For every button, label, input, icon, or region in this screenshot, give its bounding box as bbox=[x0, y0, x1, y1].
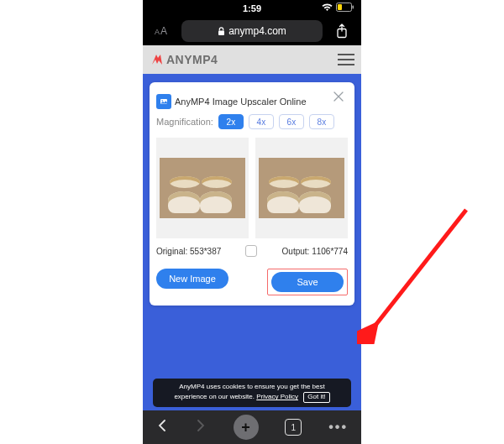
original-size-label: Original: 553*387 bbox=[156, 247, 221, 256]
magnification-6x[interactable]: 6x bbox=[279, 114, 304, 129]
brand-text: ANYMP4 bbox=[166, 53, 218, 66]
magnification-row: Magnification: 2x 4x 6x 8x bbox=[156, 114, 348, 129]
output-size-label: Output: 1106*774 bbox=[282, 247, 348, 256]
save-button[interactable]: Save bbox=[271, 272, 344, 292]
cookie-accept-button[interactable]: Got it! bbox=[303, 392, 329, 403]
image-meta-row: Original: 553*387 Output: 1106*774 bbox=[156, 245, 348, 257]
annotation-arrow-icon bbox=[357, 201, 475, 344]
safari-url-bar: AA anymp4.com bbox=[143, 17, 361, 45]
site-header: ANYMP4 bbox=[143, 45, 361, 74]
brand[interactable]: ANYMP4 bbox=[150, 52, 218, 67]
status-time: 1:59 bbox=[243, 3, 261, 13]
phone-frame: 1:59 AA anymp4.com ANYMP4 bbox=[143, 0, 361, 444]
svg-point-8 bbox=[161, 100, 163, 102]
more-button[interactable]: ••• bbox=[328, 420, 348, 435]
svg-rect-2 bbox=[338, 4, 342, 10]
address-field[interactable]: anymp4.com bbox=[181, 20, 323, 42]
output-image-pane bbox=[255, 138, 348, 238]
back-button[interactable] bbox=[156, 419, 168, 436]
svg-text:A: A bbox=[160, 25, 167, 37]
brand-logo-icon bbox=[150, 52, 165, 67]
compare-toggle[interactable] bbox=[245, 245, 257, 257]
privacy-policy-link[interactable]: Privacy Policy bbox=[256, 393, 298, 400]
forward-button bbox=[195, 419, 207, 436]
modal-actions: New Image Save bbox=[156, 269, 348, 295]
new-tab-button[interactable]: + bbox=[234, 415, 259, 440]
page-viewport: ANYMP4 AnyMP4 Image Upscaler Online Magn… bbox=[143, 45, 361, 410]
upscaler-modal: AnyMP4 Image Upscaler Online Magnificati… bbox=[150, 82, 354, 306]
svg-text:A: A bbox=[155, 28, 160, 36]
new-image-button[interactable]: New Image bbox=[156, 269, 228, 289]
magnification-4x[interactable]: 4x bbox=[249, 114, 274, 129]
image-compare bbox=[156, 138, 348, 238]
output-image bbox=[259, 158, 344, 218]
save-highlight-box: Save bbox=[267, 269, 348, 295]
cookie-line2: experience on our website. bbox=[174, 393, 255, 400]
tabs-count: 1 bbox=[291, 423, 297, 432]
tabs-button[interactable]: 1 bbox=[285, 419, 302, 436]
battery-icon bbox=[336, 3, 354, 12]
magnification-8x[interactable]: 8x bbox=[309, 114, 334, 129]
ios-status-bar: 1:59 bbox=[143, 0, 361, 17]
cookie-line1: AnyMP4 uses cookies to ensure you get th… bbox=[158, 383, 346, 392]
close-button[interactable] bbox=[329, 87, 348, 106]
share-button[interactable] bbox=[329, 20, 354, 42]
magnification-2x[interactable]: 2x bbox=[218, 114, 244, 129]
original-image bbox=[160, 158, 244, 218]
original-image-pane bbox=[156, 138, 249, 238]
url-text: anymp4.com bbox=[228, 25, 286, 37]
text-size-button[interactable]: AA bbox=[150, 20, 175, 42]
hamburger-menu-icon[interactable] bbox=[338, 54, 354, 65]
svg-rect-1 bbox=[353, 6, 354, 9]
app-icon bbox=[156, 94, 171, 109]
modal-title: AnyMP4 Image Upscaler Online bbox=[175, 97, 307, 107]
svg-rect-5 bbox=[218, 30, 224, 35]
wifi-icon bbox=[322, 3, 333, 12]
lock-icon bbox=[218, 27, 225, 36]
status-icons bbox=[322, 3, 354, 12]
svg-line-9 bbox=[374, 210, 466, 327]
cookie-banner: AnyMP4 uses cookies to ensure you get th… bbox=[153, 379, 351, 407]
magnification-label: Magnification: bbox=[156, 117, 213, 127]
safari-toolbar: + 1 ••• bbox=[143, 410, 361, 444]
